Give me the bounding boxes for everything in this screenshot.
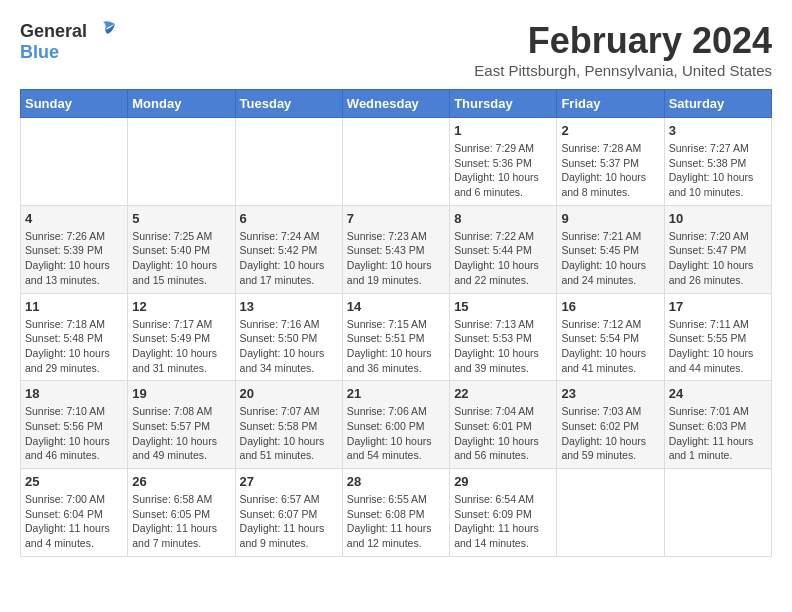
day-info: Sunrise: 6:55 AM Sunset: 6:08 PM Dayligh… [347, 492, 445, 551]
calendar-week-row: 18Sunrise: 7:10 AM Sunset: 5:56 PM Dayli… [21, 381, 772, 469]
calendar-cell [21, 118, 128, 206]
day-number: 7 [347, 211, 445, 226]
calendar-cell [557, 469, 664, 557]
day-info: Sunrise: 7:29 AM Sunset: 5:36 PM Dayligh… [454, 141, 552, 200]
day-info: Sunrise: 7:17 AM Sunset: 5:49 PM Dayligh… [132, 317, 230, 376]
day-number: 19 [132, 386, 230, 401]
day-number: 11 [25, 299, 123, 314]
weekday-header-wednesday: Wednesday [342, 90, 449, 118]
weekday-header-sunday: Sunday [21, 90, 128, 118]
month-title: February 2024 [474, 20, 772, 62]
day-number: 15 [454, 299, 552, 314]
calendar-cell: 25Sunrise: 7:00 AM Sunset: 6:04 PM Dayli… [21, 469, 128, 557]
calendar-cell: 13Sunrise: 7:16 AM Sunset: 5:50 PM Dayli… [235, 293, 342, 381]
calendar-cell: 16Sunrise: 7:12 AM Sunset: 5:54 PM Dayli… [557, 293, 664, 381]
day-info: Sunrise: 7:11 AM Sunset: 5:55 PM Dayligh… [669, 317, 767, 376]
calendar-cell: 26Sunrise: 6:58 AM Sunset: 6:05 PM Dayli… [128, 469, 235, 557]
calendar-week-row: 1Sunrise: 7:29 AM Sunset: 5:36 PM Daylig… [21, 118, 772, 206]
day-info: Sunrise: 7:00 AM Sunset: 6:04 PM Dayligh… [25, 492, 123, 551]
calendar-cell: 22Sunrise: 7:04 AM Sunset: 6:01 PM Dayli… [450, 381, 557, 469]
day-number: 9 [561, 211, 659, 226]
day-info: Sunrise: 7:06 AM Sunset: 6:00 PM Dayligh… [347, 404, 445, 463]
day-info: Sunrise: 7:26 AM Sunset: 5:39 PM Dayligh… [25, 229, 123, 288]
day-info: Sunrise: 7:27 AM Sunset: 5:38 PM Dayligh… [669, 141, 767, 200]
day-number: 24 [669, 386, 767, 401]
day-number: 22 [454, 386, 552, 401]
calendar-cell: 27Sunrise: 6:57 AM Sunset: 6:07 PM Dayli… [235, 469, 342, 557]
calendar-cell: 4Sunrise: 7:26 AM Sunset: 5:39 PM Daylig… [21, 205, 128, 293]
calendar-cell: 20Sunrise: 7:07 AM Sunset: 5:58 PM Dayli… [235, 381, 342, 469]
calendar-cell: 12Sunrise: 7:17 AM Sunset: 5:49 PM Dayli… [128, 293, 235, 381]
calendar-cell: 6Sunrise: 7:24 AM Sunset: 5:42 PM Daylig… [235, 205, 342, 293]
day-number: 14 [347, 299, 445, 314]
calendar-cell: 9Sunrise: 7:21 AM Sunset: 5:45 PM Daylig… [557, 205, 664, 293]
day-number: 5 [132, 211, 230, 226]
day-info: Sunrise: 7:03 AM Sunset: 6:02 PM Dayligh… [561, 404, 659, 463]
day-number: 10 [669, 211, 767, 226]
day-info: Sunrise: 7:18 AM Sunset: 5:48 PM Dayligh… [25, 317, 123, 376]
calendar-cell [664, 469, 771, 557]
calendar-cell: 23Sunrise: 7:03 AM Sunset: 6:02 PM Dayli… [557, 381, 664, 469]
calendar-cell: 3Sunrise: 7:27 AM Sunset: 5:38 PM Daylig… [664, 118, 771, 206]
day-number: 16 [561, 299, 659, 314]
day-info: Sunrise: 7:16 AM Sunset: 5:50 PM Dayligh… [240, 317, 338, 376]
day-number: 21 [347, 386, 445, 401]
weekday-header-thursday: Thursday [450, 90, 557, 118]
calendar-cell: 29Sunrise: 6:54 AM Sunset: 6:09 PM Dayli… [450, 469, 557, 557]
day-info: Sunrise: 7:21 AM Sunset: 5:45 PM Dayligh… [561, 229, 659, 288]
day-number: 26 [132, 474, 230, 489]
day-number: 4 [25, 211, 123, 226]
day-number: 25 [25, 474, 123, 489]
calendar-cell: 17Sunrise: 7:11 AM Sunset: 5:55 PM Dayli… [664, 293, 771, 381]
day-info: Sunrise: 6:54 AM Sunset: 6:09 PM Dayligh… [454, 492, 552, 551]
day-number: 27 [240, 474, 338, 489]
calendar-cell: 19Sunrise: 7:08 AM Sunset: 5:57 PM Dayli… [128, 381, 235, 469]
day-number: 18 [25, 386, 123, 401]
day-info: Sunrise: 7:15 AM Sunset: 5:51 PM Dayligh… [347, 317, 445, 376]
header: General Blue February 2024 East Pittsbur… [20, 20, 772, 79]
calendar-cell [342, 118, 449, 206]
day-info: Sunrise: 7:04 AM Sunset: 6:01 PM Dayligh… [454, 404, 552, 463]
day-info: Sunrise: 7:13 AM Sunset: 5:53 PM Dayligh… [454, 317, 552, 376]
calendar-cell: 11Sunrise: 7:18 AM Sunset: 5:48 PM Dayli… [21, 293, 128, 381]
calendar-cell: 28Sunrise: 6:55 AM Sunset: 6:08 PM Dayli… [342, 469, 449, 557]
logo-general-text: General [20, 21, 87, 42]
day-number: 29 [454, 474, 552, 489]
logo-blue-text: Blue [20, 42, 59, 63]
day-info: Sunrise: 7:10 AM Sunset: 5:56 PM Dayligh… [25, 404, 123, 463]
calendar-cell [235, 118, 342, 206]
calendar-table: SundayMondayTuesdayWednesdayThursdayFrid… [20, 89, 772, 557]
day-info: Sunrise: 7:12 AM Sunset: 5:54 PM Dayligh… [561, 317, 659, 376]
calendar-week-row: 4Sunrise: 7:26 AM Sunset: 5:39 PM Daylig… [21, 205, 772, 293]
day-number: 2 [561, 123, 659, 138]
calendar-week-row: 25Sunrise: 7:00 AM Sunset: 6:04 PM Dayli… [21, 469, 772, 557]
calendar-cell: 18Sunrise: 7:10 AM Sunset: 5:56 PM Dayli… [21, 381, 128, 469]
weekday-header-row: SundayMondayTuesdayWednesdayThursdayFrid… [21, 90, 772, 118]
day-info: Sunrise: 7:22 AM Sunset: 5:44 PM Dayligh… [454, 229, 552, 288]
day-info: Sunrise: 7:28 AM Sunset: 5:37 PM Dayligh… [561, 141, 659, 200]
calendar-cell: 10Sunrise: 7:20 AM Sunset: 5:47 PM Dayli… [664, 205, 771, 293]
day-info: Sunrise: 7:24 AM Sunset: 5:42 PM Dayligh… [240, 229, 338, 288]
day-number: 8 [454, 211, 552, 226]
day-info: Sunrise: 6:58 AM Sunset: 6:05 PM Dayligh… [132, 492, 230, 551]
day-number: 1 [454, 123, 552, 138]
day-info: Sunrise: 7:20 AM Sunset: 5:47 PM Dayligh… [669, 229, 767, 288]
day-number: 12 [132, 299, 230, 314]
day-number: 23 [561, 386, 659, 401]
day-info: Sunrise: 6:57 AM Sunset: 6:07 PM Dayligh… [240, 492, 338, 551]
location-title: East Pittsburgh, Pennsylvania, United St… [474, 62, 772, 79]
day-info: Sunrise: 7:08 AM Sunset: 5:57 PM Dayligh… [132, 404, 230, 463]
day-info: Sunrise: 7:25 AM Sunset: 5:40 PM Dayligh… [132, 229, 230, 288]
calendar-cell: 1Sunrise: 7:29 AM Sunset: 5:36 PM Daylig… [450, 118, 557, 206]
calendar-cell: 2Sunrise: 7:28 AM Sunset: 5:37 PM Daylig… [557, 118, 664, 206]
calendar-cell: 14Sunrise: 7:15 AM Sunset: 5:51 PM Dayli… [342, 293, 449, 381]
weekday-header-monday: Monday [128, 90, 235, 118]
title-section: February 2024 East Pittsburgh, Pennsylva… [474, 20, 772, 79]
calendar-cell: 21Sunrise: 7:06 AM Sunset: 6:00 PM Dayli… [342, 381, 449, 469]
weekday-header-friday: Friday [557, 90, 664, 118]
day-number: 13 [240, 299, 338, 314]
calendar-cell: 24Sunrise: 7:01 AM Sunset: 6:03 PM Dayli… [664, 381, 771, 469]
day-number: 17 [669, 299, 767, 314]
calendar-cell [128, 118, 235, 206]
calendar-cell: 15Sunrise: 7:13 AM Sunset: 5:53 PM Dayli… [450, 293, 557, 381]
